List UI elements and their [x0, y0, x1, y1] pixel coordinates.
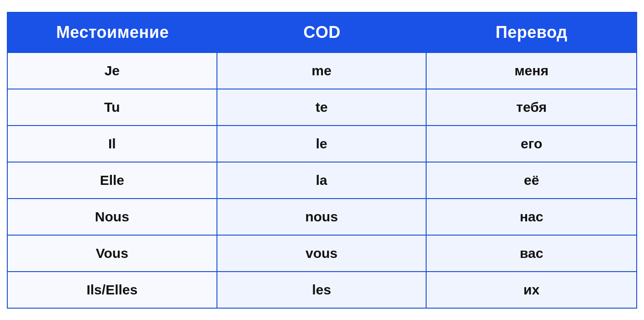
cell-translation: меня — [427, 53, 636, 89]
cell-translation: нас — [427, 199, 636, 235]
cell-pronoun: Je — [8, 53, 217, 89]
cell-translation: её — [427, 163, 636, 198]
cell-translation: тебя — [427, 89, 636, 125]
cell-cod: me — [217, 53, 427, 89]
table-row: Vousvousвас — [8, 235, 636, 271]
cell-translation: вас — [427, 236, 636, 271]
cell-pronoun: Ils/Elles — [8, 272, 217, 308]
cell-pronoun: Il — [8, 126, 217, 162]
cell-pronoun: Tu — [8, 89, 217, 125]
cell-pronoun: Vous — [8, 236, 217, 271]
table-row: Ellelaеё — [8, 162, 636, 198]
cell-cod: te — [217, 89, 427, 125]
table-body: JemeменяTuteтебяIlleегоEllelaеёNousnousн… — [8, 52, 636, 308]
cell-cod: les — [217, 272, 427, 308]
table-row: Illeего — [8, 125, 636, 162]
cell-pronoun: Elle — [8, 163, 217, 198]
table-row: Ils/Elleslesих — [8, 271, 636, 308]
table-row: Nousnousнас — [8, 198, 636, 235]
table-row: Tuteтебя — [8, 89, 636, 125]
cell-cod: le — [217, 126, 427, 162]
table-row: Jemeменя — [8, 52, 636, 89]
table-header: Местоимение COD Перевод — [8, 13, 636, 52]
cell-cod: nous — [217, 199, 427, 235]
header-translation: Перевод — [427, 13, 636, 52]
main-table: Местоимение COD Перевод JemeменяTuteтебя… — [7, 12, 637, 309]
cell-cod: la — [217, 163, 427, 198]
header-cod: COD — [217, 13, 427, 52]
cell-translation: его — [427, 126, 636, 162]
cell-cod: vous — [217, 236, 427, 271]
header-pronoun: Местоимение — [8, 13, 217, 52]
cell-translation: их — [427, 272, 636, 308]
cell-pronoun: Nous — [8, 199, 217, 235]
